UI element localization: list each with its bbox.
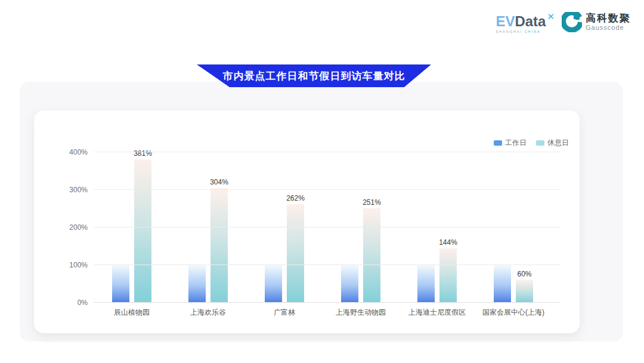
bar-value-label: 304%: [210, 178, 228, 186]
chart-plot-area: 381%辰山植物园304%上海欢乐谷262%广富林251%上海野生动物园144%…: [94, 152, 561, 303]
bar-workday: [417, 265, 435, 303]
bar-pair: 381%: [94, 152, 170, 303]
gausscode-logo: 高科数聚 Gausscode: [562, 12, 631, 32]
chart-card: 工作日休息日 381%辰山植物园304%上海欢乐谷262%广富林251%上海野生…: [34, 110, 580, 333]
gausscode-text: 高科数聚 Gausscode: [586, 13, 631, 32]
y-axis-label: 300%: [69, 186, 88, 194]
evdata-subtitle: SHANGHAI CHINA: [496, 30, 553, 34]
bar-pair: 144%: [399, 152, 475, 303]
bar-restday: 381%: [134, 159, 151, 303]
page: EVData✕ SHANGHAI CHINA 高科数聚 Gausscode 市内…: [0, 0, 644, 363]
bar-value-label: 60%: [517, 270, 531, 278]
bar-pair: 304%: [170, 152, 246, 303]
legend-item-workday[interactable]: 工作日: [494, 138, 527, 148]
bar-pair: 251%: [323, 152, 399, 303]
legend-swatch: [494, 140, 502, 146]
evdata-logo: EVData✕ SHANGHAI CHINA: [496, 12, 553, 34]
bar-workday: [188, 265, 206, 303]
gausscode-cn: 高科数聚: [586, 13, 631, 24]
evdata-data: Data: [515, 13, 546, 29]
bar-groups: 381%辰山植物园304%上海欢乐谷262%广富林251%上海野生动物园144%…: [94, 152, 561, 303]
bar-value-label: 262%: [286, 194, 305, 202]
y-axis-label: 0%: [78, 299, 88, 307]
bar-pair: 262%: [246, 152, 323, 303]
bar-value-label: 251%: [363, 198, 381, 207]
y-axis-label: 100%: [69, 261, 88, 269]
grid-line: 400%: [94, 152, 561, 152]
bar-restday: 251%: [363, 208, 380, 303]
chart-legend: 工作日休息日: [494, 138, 569, 148]
grid-line: 200%: [94, 227, 561, 227]
x-axis-label: 辰山植物园: [94, 307, 170, 318]
evdata-x-icon: ✕: [547, 11, 555, 21]
bar-workday: [112, 265, 129, 303]
bar-restday: 262%: [287, 204, 304, 303]
bar-group: 60%国家会展中心(上海): [475, 152, 552, 303]
bar-value-label: 144%: [439, 238, 457, 247]
bar-workday: [494, 265, 511, 303]
y-axis-label: 400%: [69, 148, 88, 156]
bar-group: 251%上海野生动物园: [323, 152, 399, 303]
legend-swatch: [536, 140, 544, 146]
bar-group: 381%辰山植物园: [94, 152, 170, 303]
bar-workday: [265, 265, 282, 303]
bar-restday: 144%: [439, 248, 457, 303]
chart-title-banner: 市内景点工作日和节假日到访车量对比: [197, 64, 431, 87]
x-axis-label: 上海迪士尼度假区: [399, 307, 475, 318]
x-axis-label: 上海野生动物园: [323, 307, 399, 318]
evdata-ev: EV: [496, 13, 515, 29]
x-axis-label: 广富林: [246, 307, 323, 318]
evdata-wordmark: EVData✕: [496, 14, 553, 29]
header-logos: EVData✕ SHANGHAI CHINA 高科数聚 Gausscode: [496, 12, 631, 34]
bar-group: 262%广富林: [246, 152, 323, 303]
grid-line: 100%: [94, 264, 561, 265]
legend-item-restday[interactable]: 休息日: [536, 138, 569, 148]
bar-group: 144%上海迪士尼度假区: [399, 152, 475, 303]
bar-value-label: 381%: [134, 149, 152, 158]
gausscode-en: Gausscode: [586, 24, 631, 31]
x-axis-label: 国家会展中心(上海): [475, 307, 552, 318]
bar-restday: 60%: [516, 280, 533, 303]
legend-label: 休息日: [547, 138, 569, 148]
x-axis-label: 上海欢乐谷: [170, 307, 246, 318]
grid-line: 300%: [94, 189, 561, 190]
legend-label: 工作日: [505, 138, 527, 148]
bar-workday: [341, 265, 358, 303]
bar-restday: 304%: [210, 188, 228, 303]
bar-pair: 60%: [475, 152, 552, 303]
gausscode-g-icon: [562, 12, 582, 32]
bar-group: 304%上海欢乐谷: [170, 152, 246, 303]
y-axis-label: 200%: [69, 223, 88, 232]
grid-line: 0%: [94, 302, 561, 303]
